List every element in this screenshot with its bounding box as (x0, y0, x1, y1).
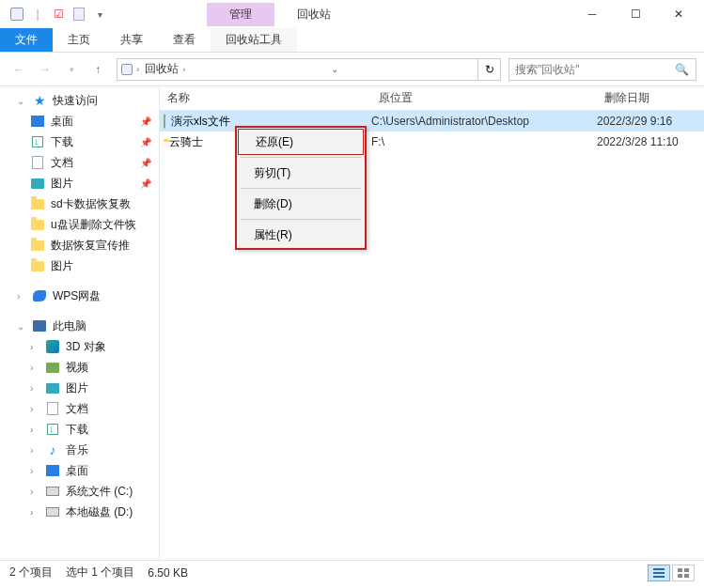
sidebar-documents-2[interactable]: ›文档 (0, 398, 159, 419)
maximize-button[interactable]: ☐ (614, 0, 657, 28)
navigation-pane[interactable]: ⌄★快速访问 桌面📌 下载📌 文档📌 图片📌 sd卡数据恢复教 u盘误删除文件恢… (0, 86, 160, 560)
up-button[interactable]: ↑ (86, 58, 109, 81)
close-button[interactable]: ✕ (657, 0, 700, 28)
file-name: 演示xls文件 (171, 114, 230, 130)
search-input[interactable] (515, 63, 675, 76)
search-box[interactable]: 🔍 (508, 58, 696, 81)
contextual-tab-group: 管理 回收站 (207, 3, 353, 26)
status-bar: 2 个项目 选中 1 个项目 6.50 KB (0, 560, 704, 584)
ribbon-home-tab[interactable]: 主页 (53, 28, 105, 52)
svg-rect-5 (678, 574, 682, 578)
column-headers: 名称 原位置 删除日期 (160, 86, 704, 111)
pin-icon: 📌 (140, 137, 155, 147)
svg-rect-3 (678, 568, 682, 572)
ribbon-share-tab[interactable]: 共享 (105, 28, 158, 52)
column-name[interactable]: 名称 (160, 90, 371, 106)
sidebar-downloads-2[interactable]: ›下载 (0, 419, 159, 440)
sidebar-drive-d[interactable]: ›本地磁盘 (D:) (0, 502, 159, 522)
window-title: 回收站 (274, 3, 353, 26)
refresh-button[interactable]: ↻ (477, 59, 500, 80)
search-icon[interactable]: 🔍 (675, 63, 690, 76)
file-date: 2022/3/28 11:10 (597, 135, 704, 148)
back-button[interactable]: ← (8, 58, 30, 81)
column-location[interactable]: 原位置 (371, 90, 597, 106)
ribbon-tabs: 文件 主页 共享 查看 回收站工具 (0, 28, 704, 53)
svg-rect-4 (684, 568, 689, 572)
pin-icon: 📌 (140, 178, 155, 189)
qat-separator: | (30, 7, 45, 22)
sidebar-downloads[interactable]: 下载📌 (0, 132, 159, 152)
document-icon (164, 115, 165, 128)
menu-separator (241, 219, 361, 220)
context-menu-properties[interactable]: 属性(R) (237, 222, 365, 248)
forward-button[interactable]: → (34, 58, 56, 81)
pin-icon: 📌 (140, 116, 155, 127)
recycle-bin-icon (117, 64, 136, 75)
address-dropdown-icon[interactable]: ⌄ (325, 64, 344, 74)
properties-icon[interactable] (71, 7, 86, 22)
ribbon-recycle-tools-tab[interactable]: 回收站工具 (211, 28, 297, 52)
status-size: 6.50 KB (148, 566, 188, 580)
quick-access-toolbar: | ☑ ▾ (4, 7, 113, 22)
navigation-bar: ← → ▾ ↑ › 回收站 › ⌄ ↻ 🔍 (0, 53, 704, 86)
file-name: 云骑士 (169, 134, 203, 150)
sidebar-sd-recovery[interactable]: sd卡数据恢复教 (0, 193, 159, 214)
pin-icon: 📌 (140, 158, 155, 168)
menu-separator (241, 157, 361, 158)
sidebar-3d-objects[interactable]: ›3D 对象 (0, 336, 159, 357)
sidebar-pictures[interactable]: 图片📌 (0, 173, 159, 193)
sidebar-usb-recovery[interactable]: u盘误删除文件恢 (0, 214, 159, 235)
minimize-button[interactable]: ─ (571, 0, 614, 28)
window-controls: ─ ☐ ✕ (571, 0, 700, 28)
column-date-deleted[interactable]: 删除日期 (597, 90, 704, 106)
view-details-button[interactable] (648, 565, 670, 581)
recycle-bin-icon (9, 7, 24, 22)
svg-rect-6 (684, 574, 689, 578)
sidebar-pictures-2[interactable]: 图片 (0, 255, 159, 276)
sidebar-documents[interactable]: 文档📌 (0, 152, 159, 173)
svg-rect-0 (653, 568, 665, 570)
context-menu-restore[interactable]: 还原(E) (238, 129, 364, 155)
file-date: 2022/3/29 9:16 (597, 115, 704, 128)
checkbox-icon[interactable]: ☑ (51, 7, 66, 22)
breadcrumb-segment[interactable]: 回收站 › (139, 61, 191, 77)
address-bar[interactable]: › 回收站 › ⌄ ↻ (117, 58, 501, 81)
menu-separator (241, 188, 361, 189)
sidebar-this-pc[interactable]: ⌄此电脑 (0, 316, 159, 336)
sidebar-videos[interactable]: ›视频 (0, 357, 159, 378)
context-menu-delete[interactable]: 删除(D) (237, 191, 365, 217)
view-icons-button[interactable] (672, 565, 695, 581)
sidebar-quick-access[interactable]: ⌄★快速访问 (0, 90, 159, 111)
sidebar-pictures-3[interactable]: ›图片 (0, 378, 159, 398)
status-item-count: 2 个项目 (9, 565, 53, 580)
sidebar-desktop[interactable]: 桌面📌 (0, 111, 159, 132)
sidebar-data-recovery-promo[interactable]: 数据恢复宣传推 (0, 235, 159, 255)
sidebar-drive-c[interactable]: ›系统文件 (C:) (0, 481, 159, 502)
history-dropdown[interactable]: ▾ (60, 58, 83, 81)
context-menu-cut[interactable]: 剪切(T) (237, 160, 365, 186)
svg-rect-2 (653, 576, 665, 578)
sidebar-music[interactable]: ›♪音乐 (0, 440, 159, 460)
sidebar-desktop-2[interactable]: ›桌面 (0, 460, 159, 481)
sidebar-wps[interactable]: ›WPS网盘 (0, 286, 159, 306)
file-location: C:\Users\Administrator\Desktop (371, 115, 597, 128)
status-selection: 选中 1 个项目 (66, 565, 134, 580)
file-location: F:\ (371, 135, 597, 148)
svg-rect-1 (653, 572, 665, 574)
ribbon-view-tab[interactable]: 查看 (158, 28, 211, 52)
ribbon-file-tab[interactable]: 文件 (0, 28, 53, 52)
manage-tab-header: 管理 (207, 3, 274, 26)
qat-dropdown-icon[interactable]: ▾ (92, 7, 107, 22)
title-bar: | ☑ ▾ 管理 回收站 ─ ☐ ✕ (0, 0, 704, 28)
context-menu: 还原(E) 剪切(T) 删除(D) 属性(R) (235, 126, 367, 250)
